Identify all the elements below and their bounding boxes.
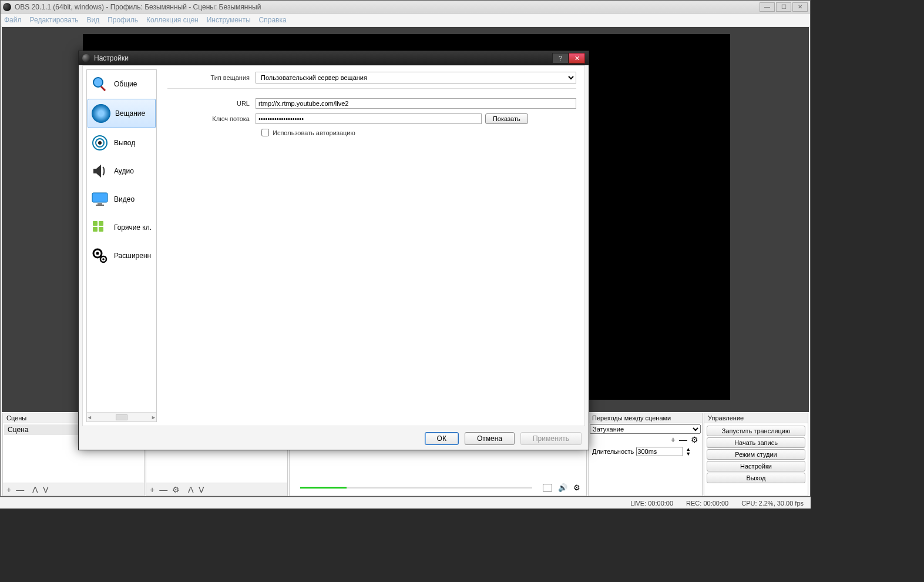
transition-select[interactable]: Затухание <box>590 424 701 434</box>
svg-point-15 <box>102 258 105 260</box>
dialog-help-button[interactable]: ? <box>552 53 569 63</box>
menu-file[interactable]: Файл <box>4 16 22 24</box>
sidebar-label-general: Общие <box>114 80 137 88</box>
transition-settings-button[interactable]: ⚙ <box>691 435 698 444</box>
status-cpu: CPU: 2.2%, 30.00 fps <box>739 500 806 507</box>
controls-header: Управление <box>704 413 808 423</box>
status-live: LIVE: 00:00:00 <box>628 500 676 507</box>
stream-type-label: Тип вещания <box>167 74 256 81</box>
scene-up-button[interactable]: ᐱ <box>32 485 38 494</box>
duration-label: Длительность <box>592 448 634 455</box>
source-down-button[interactable]: ᐯ <box>199 485 204 494</box>
separator <box>167 88 576 89</box>
svg-rect-7 <box>96 205 104 206</box>
sidebar-label-output: Вывод <box>114 139 135 147</box>
menu-help[interactable]: Справка <box>259 16 287 24</box>
globe-icon <box>92 104 110 123</box>
antenna-icon <box>90 133 109 152</box>
settings-button[interactable]: Настройки <box>707 461 805 471</box>
url-input[interactable] <box>256 98 576 109</box>
menu-scene-collection[interactable]: Коллекция сцен <box>146 16 199 24</box>
transition-remove-button[interactable]: — <box>679 435 687 444</box>
mixer-level-bar <box>300 487 532 489</box>
speaker-icon <box>90 162 109 180</box>
svg-rect-10 <box>93 227 98 232</box>
use-auth-label: Использовать авторизацию <box>273 129 355 136</box>
mixer-mute-icon[interactable] <box>543 484 552 492</box>
use-auth-checkbox[interactable] <box>261 129 269 136</box>
sidebar-item-advanced[interactable]: Расширенн <box>87 242 156 270</box>
sidebar-label-video: Видео <box>114 195 135 203</box>
scene-remove-button[interactable]: — <box>16 485 24 494</box>
url-label: URL <box>167 100 256 107</box>
status-rec: REC: 00:00:00 <box>684 500 731 507</box>
main-titlebar[interactable]: OBS 20.1.1 (64bit, windows) - Профиль: Б… <box>1 1 810 14</box>
monitor-icon <box>90 190 109 209</box>
show-key-button[interactable]: Показать <box>485 113 528 124</box>
sidebar-label-hotkeys: Горячие кл. <box>114 223 152 232</box>
sidebar-item-general[interactable]: Общие <box>87 70 156 98</box>
svg-rect-8 <box>93 221 98 226</box>
maximize-button[interactable]: ☐ <box>776 2 791 12</box>
gear-magnify-icon <box>90 75 109 93</box>
menu-profile[interactable]: Профиль <box>107 16 138 24</box>
start-recording-button[interactable]: Начать запись <box>707 437 805 448</box>
sidebar-label-stream: Вещание <box>115 109 145 118</box>
menu-tools[interactable]: Инструменты <box>207 16 251 24</box>
ok-button[interactable]: ОК <box>425 432 459 445</box>
transitions-header: Переходы между сценами <box>589 413 702 423</box>
scene-down-button[interactable]: ᐯ <box>43 485 49 494</box>
controls-panel: Управление Запустить трансляцию Начать з… <box>704 413 808 496</box>
sidebar-item-hotkeys[interactable]: Горячие кл. <box>87 213 156 242</box>
status-bar: LIVE: 00:00:00 REC: 00:00:00 CPU: 2.2%, … <box>0 497 811 509</box>
stream-key-input[interactable] <box>256 113 482 124</box>
sidebar-item-stream[interactable]: Вещание <box>88 99 156 128</box>
menubar: Файл Редактировать Вид Профиль Коллекция… <box>1 14 810 26</box>
svg-point-13 <box>96 252 99 255</box>
mixer-gear-icon[interactable]: ⚙ <box>573 483 580 492</box>
svg-rect-1 <box>100 86 106 91</box>
menu-edit[interactable]: Редактировать <box>30 16 79 24</box>
menu-view[interactable]: Вид <box>86 16 99 24</box>
svg-rect-5 <box>92 193 107 202</box>
minimize-button[interactable]: — <box>760 2 775 12</box>
svg-point-0 <box>93 78 103 87</box>
stream-type-select[interactable]: Пользовательский сервер вещания <box>256 72 576 83</box>
speaker-icon[interactable]: 🔊 <box>558 483 567 492</box>
cancel-button[interactable]: Отмена <box>465 432 515 445</box>
source-settings-button[interactable]: ⚙ <box>172 485 180 494</box>
sidebar-item-output[interactable]: Вывод <box>87 129 156 157</box>
source-add-button[interactable]: + <box>150 485 154 494</box>
svg-rect-11 <box>99 227 103 232</box>
dialog-close-button[interactable]: ✕ <box>569 53 585 63</box>
start-streaming-button[interactable]: Запустить трансляцию <box>707 426 805 436</box>
close-button[interactable]: ✕ <box>792 2 808 12</box>
settings-dialog: Настройки ? ✕ Общие Вещание Вывод <box>78 51 589 450</box>
keyboard-icon <box>90 218 109 237</box>
settings-sidebar: Общие Вещание Вывод Аудио <box>86 69 157 422</box>
dialog-titlebar[interactable]: Настройки ? ✕ <box>79 51 589 65</box>
sidebar-scrollbar[interactable]: ◄► <box>87 412 156 422</box>
stream-key-label: Ключ потока <box>167 115 256 122</box>
svg-point-4 <box>98 141 102 145</box>
svg-rect-6 <box>98 203 102 205</box>
exit-button[interactable]: Выход <box>707 473 805 483</box>
source-up-button[interactable]: ᐱ <box>188 485 194 494</box>
duration-input[interactable] <box>636 447 683 456</box>
obs-app-icon <box>3 3 11 11</box>
transition-add-button[interactable]: + <box>671 435 676 444</box>
gears-icon <box>90 246 109 265</box>
studio-mode-button[interactable]: Режим студии <box>707 449 805 460</box>
apply-button[interactable]: Применить <box>520 432 582 445</box>
sidebar-item-video[interactable]: Видео <box>87 185 156 213</box>
mixer-row: 🔊 ⚙ <box>291 481 585 494</box>
sidebar-label-advanced: Расширенн <box>114 252 151 260</box>
dialog-title: Настройки <box>94 54 129 62</box>
transitions-panel: Переходы между сценами Затухание + — ⚙ Д… <box>588 413 703 496</box>
sidebar-item-audio[interactable]: Аудио <box>87 157 156 185</box>
scene-add-button[interactable]: + <box>6 485 11 494</box>
svg-rect-9 <box>99 221 103 226</box>
dialog-app-icon <box>82 54 90 62</box>
sidebar-label-audio: Аудио <box>114 167 134 175</box>
source-remove-button[interactable]: — <box>159 485 167 494</box>
